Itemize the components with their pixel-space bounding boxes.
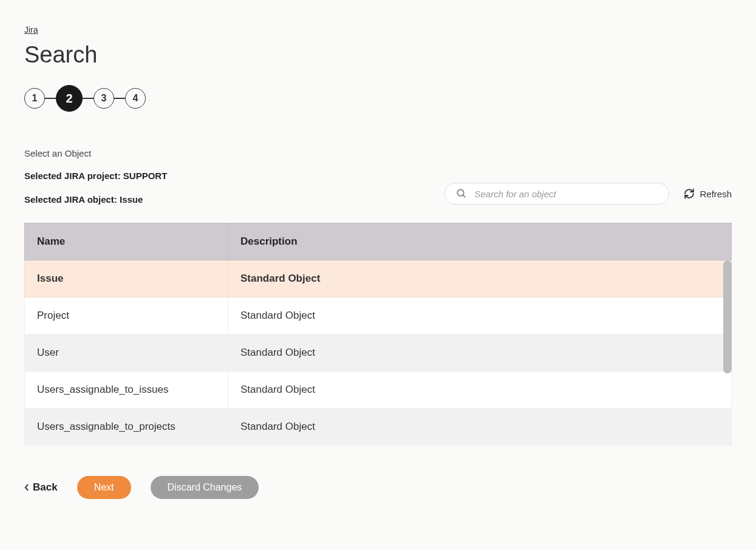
cell-name: Project	[25, 297, 228, 334]
table-header-name: Name	[25, 223, 228, 260]
objects-table: Name Description Issue Standard Object P…	[24, 223, 732, 446]
step-3[interactable]: 3	[94, 88, 114, 109]
scrollbar[interactable]	[723, 260, 732, 373]
select-object-subtitle: Select an Object	[24, 148, 732, 158]
search-input-wrap[interactable]	[444, 183, 669, 205]
back-button[interactable]: Back	[24, 481, 58, 494]
step-connector	[45, 98, 56, 99]
table-row[interactable]: Project Standard Object	[25, 297, 732, 334]
cell-description: Standard Object	[228, 409, 732, 446]
cell-name: Users_assignable_to_projects	[25, 409, 228, 446]
cell-name: Issue	[25, 260, 228, 297]
table-row[interactable]: Issue Standard Object	[25, 260, 732, 297]
svg-line-1	[463, 195, 466, 197]
selected-project-label: Selected JIRA project: SUPPORT	[24, 171, 167, 181]
svg-point-0	[458, 189, 465, 196]
back-label: Back	[33, 481, 58, 494]
cell-name: Users_assignable_to_issues	[25, 372, 228, 409]
stepper: 1 2 3 4	[24, 85, 732, 112]
step-4[interactable]: 4	[125, 88, 146, 109]
search-icon	[456, 188, 467, 199]
step-connector	[114, 98, 125, 99]
page-title: Search	[24, 42, 732, 68]
search-input[interactable]	[474, 189, 658, 199]
discard-button[interactable]: Discard Changes	[151, 476, 259, 499]
step-connector	[83, 98, 94, 99]
cell-description: Standard Object	[228, 334, 732, 372]
table-row[interactable]: Users_assignable_to_projects Standard Ob…	[25, 409, 732, 446]
refresh-label: Refresh	[700, 189, 732, 199]
objects-table-container: Name Description Issue Standard Object P…	[24, 223, 732, 446]
step-2[interactable]: 2	[56, 85, 83, 112]
breadcrumb-jira[interactable]: Jira	[24, 25, 38, 35]
table-row[interactable]: User Standard Object	[25, 334, 732, 372]
cell-description: Standard Object	[228, 372, 732, 409]
refresh-icon	[684, 188, 695, 199]
cell-description: Standard Object	[228, 260, 732, 297]
next-button[interactable]: Next	[77, 476, 131, 499]
table-row[interactable]: Users_assignable_to_issues Standard Obje…	[25, 372, 732, 409]
table-header-description: Description	[228, 223, 732, 260]
chevron-left-icon	[24, 483, 29, 492]
cell-name: User	[25, 334, 228, 372]
step-1[interactable]: 1	[24, 88, 45, 109]
refresh-button[interactable]: Refresh	[684, 188, 732, 199]
cell-description: Standard Object	[228, 297, 732, 334]
selected-object-label: Selected JIRA object: Issue	[24, 194, 167, 205]
footer-buttons: Back Next Discard Changes	[24, 476, 732, 499]
